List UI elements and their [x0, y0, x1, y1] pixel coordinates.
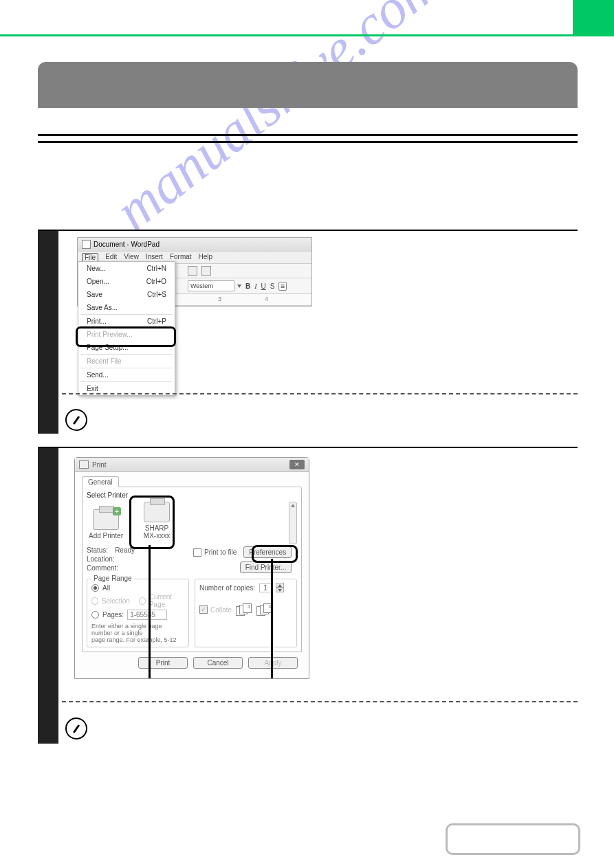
hint-line-2: page range. For example, 5-12: [91, 636, 177, 643]
watermark-text: manualshive.com: [103, 0, 452, 243]
paste-icon[interactable]: [188, 266, 197, 276]
current-page-label: Current Page: [149, 593, 184, 608]
file-menu-save-as[interactable]: Save As...: [78, 301, 175, 314]
page-range-pages[interactable]: Pages:: [91, 610, 184, 620]
preferences-highlight: [252, 545, 298, 563]
spinner-up-icon[interactable]: [278, 584, 282, 587]
printer-small-icon: [79, 460, 89, 469]
clipboard-icon[interactable]: [201, 266, 211, 276]
step-2-dashed-separator: [62, 701, 578, 702]
copies-group: Number of copies: 1 ✓ Collate 1: [195, 579, 297, 647]
file-menu-open-shortcut: Ctrl+O: [146, 278, 166, 285]
find-printer-button[interactable]: Find Printer...: [240, 561, 292, 573]
callout-line-1: [149, 545, 151, 678]
file-menu-new[interactable]: New... Ctrl+N: [78, 262, 175, 275]
print-to-file-label: Print to file: [204, 548, 237, 556]
bold-icon[interactable]: B: [245, 282, 250, 290]
file-menu-save-shortcut: Ctrl+S: [147, 291, 166, 298]
wordpad-title-text: Document - WordPad: [94, 241, 160, 248]
pages-input[interactable]: [127, 610, 167, 620]
top-right-accent: [573, 0, 614, 34]
print-dialog-window: Print ✕ General Select Printer Add Print…: [74, 457, 309, 679]
dropdown-arrow-icon[interactable]: [237, 285, 241, 288]
collate-diagram-icon: 1 2 3: [236, 603, 252, 616]
print-item-highlight: [76, 326, 176, 347]
wordpad-encoding-select[interactable]: Western: [188, 280, 234, 291]
file-menu-save-as-label: Save As...: [87, 304, 118, 311]
step-2-top-rule: [38, 447, 578, 448]
file-menu-new-shortcut: Ctrl+N: [146, 265, 166, 272]
status-info: Status: Ready Location: Comment:: [87, 546, 193, 573]
callout-line-2: [271, 559, 273, 678]
contents-button[interactable]: [446, 823, 580, 855]
file-menu-save-label: Save: [87, 291, 102, 298]
file-menu-new-label: New...: [87, 265, 106, 272]
printer-icon: [93, 509, 119, 530]
spinner-down-icon[interactable]: [278, 589, 282, 592]
print-button[interactable]: Print: [138, 657, 188, 669]
page-range-all[interactable]: All: [91, 584, 184, 592]
apply-button[interactable]: Apply: [248, 657, 298, 669]
wordpad-menu-help[interactable]: Help: [199, 253, 213, 262]
radio-icon: [91, 597, 98, 605]
strikethrough-icon[interactable]: S: [270, 282, 275, 290]
collate-checkbox[interactable]: ✓: [199, 605, 208, 614]
add-printer-item[interactable]: Add Printer: [87, 509, 125, 539]
file-menu-recent[interactable]: Recent File: [78, 355, 175, 368]
hint-line-1: Enter either a single page number or a s…: [91, 623, 162, 636]
file-menu-save[interactable]: Save Ctrl+S: [78, 288, 175, 301]
align-left-icon[interactable]: ≡: [278, 282, 287, 291]
copies-value[interactable]: 1: [259, 583, 272, 592]
file-menu-send[interactable]: Send...: [78, 368, 175, 381]
wordpad-doc-icon: [82, 240, 91, 249]
note-icon: [63, 715, 89, 741]
checkbox-icon[interactable]: [193, 548, 201, 557]
printer-list: Add Printer SHARP MX-xxxx: [87, 502, 297, 539]
file-menu-exit-label: Exit: [87, 385, 98, 392]
ruler-mark: 3: [218, 296, 221, 302]
italic-icon[interactable]: I: [254, 282, 256, 290]
file-menu-recent-label: Recent File: [87, 357, 122, 365]
file-menu-open-label: Open...: [87, 278, 109, 285]
radio-icon[interactable]: [91, 611, 99, 619]
print-dialog-body: General Select Printer Add Printer SHARP…: [75, 472, 309, 678]
comment-label: Comment:: [87, 564, 118, 572]
underline-icon[interactable]: U: [261, 282, 266, 290]
cancel-button[interactable]: Cancel: [193, 657, 243, 669]
wordpad-title-bar: Document - WordPad: [78, 238, 311, 252]
top-green-line: [0, 34, 614, 36]
copies-label: Number of copies:: [199, 584, 255, 592]
tab-general[interactable]: General: [82, 476, 119, 487]
scroll-up-icon[interactable]: [291, 504, 295, 507]
step-1-dashed-separator: [62, 393, 578, 394]
copies-spinner[interactable]: [276, 583, 284, 592]
page-range-hint: Enter either a single page number or a s…: [91, 623, 184, 643]
print-dialog-title: Print: [92, 461, 107, 469]
page-range-title: Page Range: [91, 575, 134, 582]
file-menu-print-label: Print...: [87, 318, 107, 325]
selection-label: Selection: [102, 597, 130, 605]
close-icon[interactable]: ✕: [289, 460, 305, 469]
add-printer-label: Add Printer: [89, 532, 123, 539]
file-menu-open[interactable]: Open... Ctrl+O: [78, 275, 175, 288]
sheet: 3: [243, 603, 252, 613]
wordpad-window: Document - WordPad File Edit View Insert…: [77, 237, 312, 307]
section-title-banner: [38, 62, 578, 108]
sharp-printer-highlight: [129, 496, 175, 549]
file-menu-print-shortcut: Ctrl+P: [147, 318, 166, 325]
step-2-number-bar: [38, 448, 58, 744]
page-range-group: Page Range All Selection Current Page: [87, 579, 189, 647]
scrollbar[interactable]: [289, 502, 297, 544]
section-underline-2: [38, 141, 578, 143]
location-label: Location:: [87, 555, 115, 563]
radio-icon[interactable]: [91, 584, 99, 592]
document-page: manualshive.com Document - WordPad File …: [0, 0, 614, 868]
all-label: All: [102, 584, 110, 592]
print-dialog-actions: Print Cancel Apply: [82, 652, 302, 674]
pages-label: Pages:: [102, 611, 124, 619]
step-1-top-rule: [38, 230, 578, 231]
status-label: Status:: [87, 546, 108, 554]
step-1-number-bar: [38, 231, 58, 434]
ruler-mark: 4: [265, 296, 268, 302]
note-icon: [63, 407, 89, 432]
